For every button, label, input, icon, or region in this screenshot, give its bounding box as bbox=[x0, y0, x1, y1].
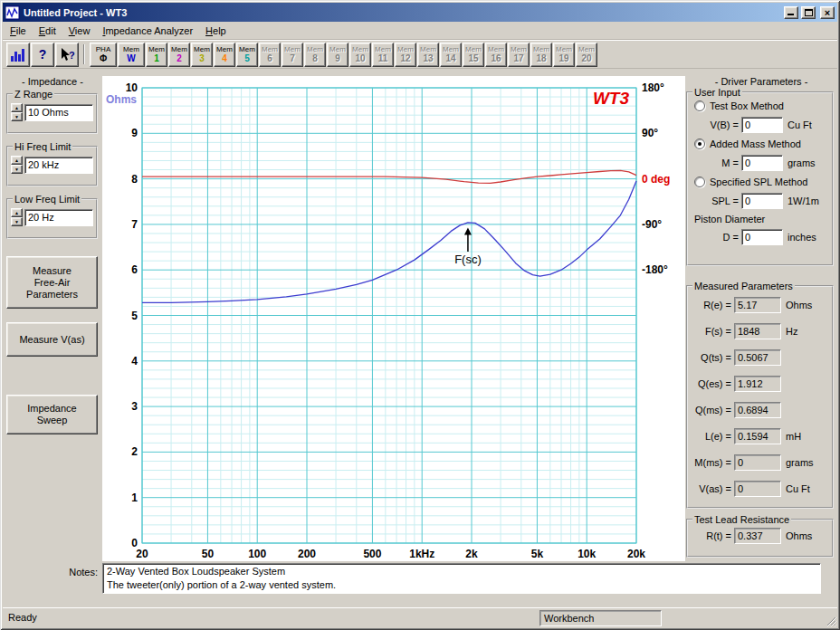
mem-5-line1: Mem bbox=[239, 45, 255, 53]
y-tick-3: 3 bbox=[131, 400, 138, 413]
mem-7-button[interactable]: Mem7 bbox=[282, 43, 303, 67]
driver-parameters-panel: - Driver Parameters - User Input Test Bo… bbox=[685, 69, 837, 607]
chart-svg: F(sc)012345678910Ohms180°90°0 deg-90°-18… bbox=[102, 76, 685, 561]
low-freq-limit-spin-up-button[interactable]: ▲ bbox=[11, 208, 23, 217]
mem-3-button[interactable]: Mem3 bbox=[191, 43, 213, 67]
mem-20-button[interactable]: Mem20 bbox=[576, 43, 597, 67]
y-tick-10: 10 bbox=[126, 81, 138, 94]
qms-label: Q(ms) = bbox=[691, 405, 734, 415]
mem-16-button[interactable]: Mem16 bbox=[485, 43, 507, 67]
test-lead-rows: R(t) =0.337Ohms bbox=[691, 525, 829, 547]
help-button[interactable]: ? bbox=[31, 43, 54, 67]
mem-19-button[interactable]: Mem19 bbox=[553, 43, 575, 67]
hi-freq-limit-spin-down-button[interactable]: ▼ bbox=[11, 165, 23, 174]
mem-9-number: 9 bbox=[335, 53, 340, 63]
impedance-sweep-button[interactable]: Impedance Sweep bbox=[6, 395, 98, 434]
measure-free-air-button[interactable]: Measure Free-Air Parameters bbox=[6, 256, 98, 309]
menu-file[interactable]: File bbox=[4, 23, 33, 39]
x-tick-2000: 2k bbox=[465, 548, 478, 560]
x-tick-20000: 20k bbox=[627, 548, 645, 560]
mem-2-button[interactable]: Mem2 bbox=[168, 43, 190, 67]
specified-spl-method-radio[interactable] bbox=[694, 177, 705, 187]
low-freq-limit-spin-down-button[interactable]: ▼ bbox=[11, 217, 23, 226]
phase-button[interactable]: PHA Φ bbox=[90, 43, 117, 67]
window-title: Untitled Project - WT3 bbox=[23, 7, 781, 18]
menu-view[interactable]: View bbox=[62, 23, 97, 39]
y-tick-4: 4 bbox=[131, 355, 138, 368]
mem-17-number: 17 bbox=[513, 53, 523, 63]
added-mass-method-radio[interactable] bbox=[694, 138, 705, 149]
hi-freq-limit-row: ▲▼20 kHz bbox=[11, 156, 93, 174]
low-freq-limit-value[interactable]: 20 Hz bbox=[24, 209, 93, 226]
menu-bar: FileEditViewImpedance AnalyzerHelp bbox=[3, 22, 837, 40]
measure-vas-button[interactable]: Measure V(as) bbox=[6, 322, 98, 357]
spl-input[interactable]: 0 bbox=[741, 193, 783, 209]
hi-freq-limit-label: Hi Freq Limit bbox=[13, 141, 72, 152]
impedance-chart-icon bbox=[10, 47, 26, 62]
mem-18-line1: Mem bbox=[533, 45, 549, 53]
mem-18-button[interactable]: Mem18 bbox=[530, 43, 552, 67]
phase-tick-10: 180° bbox=[642, 81, 664, 94]
hi-freq-limit-spin-up-button[interactable]: ▲ bbox=[11, 156, 23, 165]
mem-15-line1: Mem bbox=[465, 45, 482, 53]
mem-20-line1: Mem bbox=[578, 45, 595, 53]
hi-freq-limit-group: Hi Freq Limit▲▼20 kHz bbox=[6, 141, 98, 186]
mem-9-button[interactable]: Mem9 bbox=[327, 43, 348, 67]
mem-13-button[interactable]: Mem13 bbox=[417, 43, 439, 67]
maximize-button[interactable] bbox=[801, 6, 816, 19]
qts-row: Q(ts) =0.5067 bbox=[691, 344, 829, 370]
test-box-method-radio[interactable] bbox=[694, 100, 705, 111]
hi-freq-limit-value[interactable]: 20 kHz bbox=[24, 157, 93, 174]
z-range-spin-down-button[interactable]: ▼ bbox=[11, 112, 23, 121]
x-tick-10000: 10k bbox=[578, 548, 596, 560]
mem-16-line1: Mem bbox=[488, 45, 504, 53]
mem-4-button[interactable]: Mem4 bbox=[214, 43, 235, 67]
qes-value: 1.912 bbox=[734, 376, 781, 392]
d-input[interactable]: 0 bbox=[741, 229, 783, 245]
mem-15-number: 15 bbox=[468, 53, 478, 63]
toolbar: ? ? PHA Φ Mem W Mem1Mem2Mem3Mem4Mem5Mem6… bbox=[3, 40, 837, 69]
mem-15-button[interactable]: Mem15 bbox=[463, 43, 484, 67]
mem-8-button[interactable]: Mem8 bbox=[304, 43, 326, 67]
mem-12-button[interactable]: Mem12 bbox=[395, 43, 416, 67]
menu-help[interactable]: Help bbox=[199, 23, 233, 39]
mem-10-button[interactable]: Mem10 bbox=[349, 43, 371, 67]
vb-row: V(B) =0Cu Ft bbox=[691, 114, 829, 136]
mem-1-button[interactable]: Mem1 bbox=[146, 43, 167, 67]
minimize-button[interactable] bbox=[784, 6, 798, 19]
mem-5-button[interactable]: Mem5 bbox=[236, 43, 258, 67]
minimize-icon bbox=[788, 14, 794, 15]
mem-w-button[interactable]: Mem W bbox=[118, 43, 145, 67]
mms-row: M(ms) =0grams bbox=[691, 449, 829, 475]
vas-unit: Cu Ft bbox=[781, 483, 810, 494]
mem-17-button[interactable]: Mem17 bbox=[508, 43, 530, 67]
vas-row: V(as) =0Cu Ft bbox=[691, 475, 829, 501]
mem-6-button[interactable]: Mem6 bbox=[259, 43, 281, 67]
mem-11-button[interactable]: Mem11 bbox=[372, 43, 394, 67]
y-tick-7: 7 bbox=[131, 218, 138, 231]
y-tick-8: 8 bbox=[131, 173, 138, 186]
close-button[interactable]: × bbox=[820, 6, 835, 19]
notes-field[interactable]: 2-Way Vented Box Loudspeaker SystemThe t… bbox=[102, 563, 821, 594]
rt-row: R(t) =0.337Ohms bbox=[691, 525, 829, 547]
z-range-label: Z Range bbox=[13, 89, 54, 100]
impedance-view-button[interactable] bbox=[6, 43, 30, 67]
m-input[interactable]: 0 bbox=[741, 155, 783, 171]
z-range-value[interactable]: 10 Ohms bbox=[24, 104, 93, 121]
mem-7-number: 7 bbox=[290, 53, 295, 63]
mem-buttons: Mem1Mem2Mem3Mem4Mem5Mem6Mem7Mem8Mem9Mem1… bbox=[146, 43, 597, 67]
le-value: 0.1594 bbox=[734, 428, 781, 444]
menu-edit[interactable]: Edit bbox=[33, 23, 62, 39]
z-range-spin-up-button[interactable]: ▲ bbox=[11, 103, 23, 112]
low-freq-limit-group: Low Freq Limit▲▼20 Hz bbox=[6, 194, 98, 239]
vb-input[interactable]: 0 bbox=[741, 117, 783, 133]
menu-impedance-analyzer[interactable]: Impedance Analyzer bbox=[96, 23, 199, 39]
x-tick-5000: 5k bbox=[531, 548, 544, 560]
maximize-icon bbox=[805, 9, 813, 16]
mem-13-line1: Mem bbox=[420, 45, 436, 53]
note-line-1: 2-Way Vented Box Loudspeaker System bbox=[107, 565, 816, 578]
context-help-button[interactable]: ? bbox=[55, 43, 79, 67]
mem-14-button[interactable]: Mem14 bbox=[440, 43, 462, 67]
re-value: 5.17 bbox=[734, 297, 781, 313]
resize-grip[interactable] bbox=[825, 615, 836, 626]
